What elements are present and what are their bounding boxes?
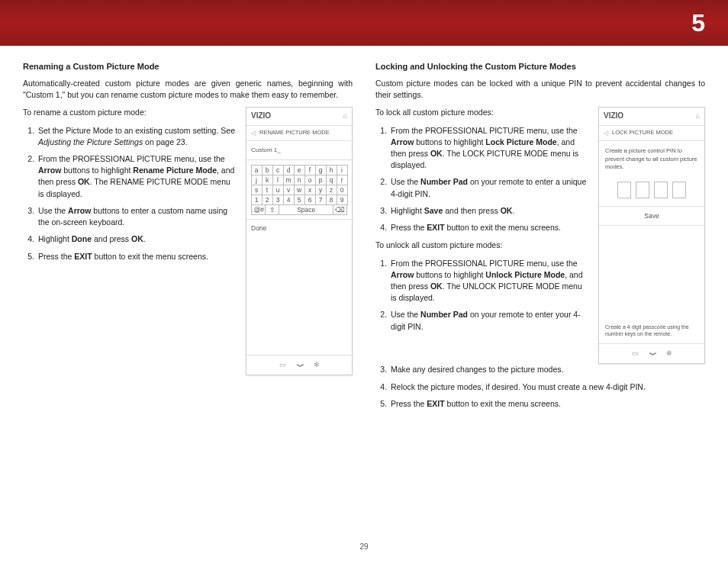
rename-step-2: From the PROFESSIONAL PICTURE menu, use …	[37, 153, 235, 200]
key-shift[interactable]: ⇧	[265, 204, 279, 215]
rename-step-3: Use the Arrow buttons to enter a custom …	[37, 205, 235, 228]
pin-digit-4[interactable]	[672, 182, 686, 198]
panel-subheader: ◁ RENAME PICTURE MODE	[246, 126, 352, 142]
wide-icon[interactable]: ▭	[632, 349, 639, 359]
panel-spacer	[599, 226, 704, 317]
key[interactable]: t	[262, 185, 273, 195]
brand-logo: VIZIO	[251, 111, 271, 122]
unlock-lead: To unlock all custom picture modes:	[375, 240, 588, 251]
key[interactable]: k	[262, 175, 273, 185]
key[interactable]: b	[262, 165, 273, 175]
key[interactable]: a	[251, 165, 263, 175]
key[interactable]: n	[294, 175, 305, 185]
key[interactable]: y	[315, 185, 327, 195]
key[interactable]: 3	[272, 195, 284, 205]
right-intro: Custom picture modes can be locked with …	[375, 78, 705, 101]
key[interactable]: i	[337, 165, 348, 175]
key[interactable]: 0	[337, 185, 348, 195]
rename-step-1: Set the Picture Mode to an existing cust…	[37, 125, 235, 148]
panel-footer: ▭ ❱ ✻	[246, 355, 352, 375]
brand-logo: VIZIO	[604, 111, 623, 122]
right-split: To lock all custom picture modes: From t…	[375, 107, 705, 364]
done-button[interactable]: Done	[246, 219, 352, 236]
header-bar: 5	[0, 0, 728, 46]
unlock-step-2: Use the Number Pad on your remote to ent…	[389, 309, 588, 332]
key[interactable]: o	[304, 175, 316, 185]
back-icon[interactable]: ◁	[604, 129, 608, 138]
save-button[interactable]: Save	[599, 206, 704, 226]
panel-header: VIZIO ⌂	[599, 108, 704, 126]
lock-step-2: Use the Number Pad on your remote to ent…	[389, 176, 588, 199]
pin-digit-1[interactable]	[617, 182, 631, 198]
key[interactable]: 7	[315, 195, 327, 205]
panel-spacer	[246, 236, 352, 355]
key[interactable]: f	[304, 165, 316, 175]
unlock-step-5: Press the EXIT button to exit the menu s…	[389, 398, 705, 410]
pin-digit-2[interactable]	[636, 182, 649, 198]
right-text-part: To lock all custom picture modes: From t…	[375, 107, 588, 339]
lock-description: Create a picture control PIN to prevent …	[599, 141, 704, 178]
key[interactable]: c	[272, 165, 284, 175]
key-backspace[interactable]: ⌫	[333, 204, 347, 215]
lock-panel: VIZIO ⌂ ◁ LOCK PICTURE MODE Create a pic…	[598, 107, 705, 364]
unlock-steps-a: From the PROFESSIONAL PICTURE menu, use …	[389, 258, 588, 333]
key[interactable]: s	[251, 185, 263, 195]
key[interactable]: e	[294, 165, 305, 175]
key[interactable]: 1	[251, 195, 263, 205]
lock-step-3: Highlight Save and then press OK.	[389, 205, 588, 217]
panel-title: RENAME PICTURE MODE	[259, 129, 330, 137]
key[interactable]: x	[304, 185, 316, 195]
key[interactable]: w	[294, 185, 305, 195]
lock-lead: To lock all custom picture modes:	[375, 107, 588, 118]
home-icon[interactable]: ⌂	[343, 111, 347, 121]
key[interactable]: 5	[294, 195, 305, 205]
unlock-step-3: Make any desired changes to the picture …	[389, 364, 705, 375]
key[interactable]: z	[326, 185, 337, 195]
back-icon[interactable]: ◁	[251, 129, 256, 138]
panel-title: LOCK PICTURE MODE	[612, 129, 673, 137]
wide-icon[interactable]: ▭	[279, 360, 286, 370]
gear-icon[interactable]: ✻	[314, 360, 320, 370]
name-field[interactable]: Custom 1_	[246, 141, 352, 160]
page-number: 29	[0, 542, 728, 551]
down-icon[interactable]: ❱	[647, 351, 657, 357]
key-symbols[interactable]: .@#	[251, 204, 266, 215]
gear-icon[interactable]: ✻	[666, 349, 672, 359]
left-column: Renaming a Custom Picture Mode Automatic…	[23, 61, 353, 416]
lock-step-1: From the PROFESSIONAL PICTURE menu, use …	[389, 125, 588, 172]
unlock-steps-b: Make any desired changes to the picture …	[389, 364, 705, 410]
key[interactable]: v	[283, 185, 295, 195]
left-split: To rename a custom picture mode: Set the…	[23, 107, 353, 375]
key[interactable]: j	[251, 175, 263, 185]
key[interactable]: l	[272, 175, 284, 185]
key[interactable]: 4	[283, 195, 295, 205]
pin-input-row	[599, 179, 704, 206]
key[interactable]: d	[283, 165, 295, 175]
unlock-step-4: Relock the picture modes, if desired. Yo…	[389, 381, 705, 393]
rename-step-5: Press the EXIT button to exit the menu s…	[37, 251, 235, 262]
right-heading: Locking and Unlocking the Custom Picture…	[375, 61, 705, 73]
key[interactable]: 9	[337, 195, 348, 205]
key[interactable]: h	[326, 165, 337, 175]
rename-panel: VIZIO ⌂ ◁ RENAME PICTURE MODE Custom 1_ …	[246, 107, 353, 375]
key[interactable]: m	[283, 175, 295, 185]
panel-footer: ▭ ❱ ✻	[599, 343, 704, 363]
key[interactable]: p	[315, 175, 327, 185]
down-icon[interactable]: ❱	[295, 362, 304, 368]
key[interactable]: g	[315, 165, 327, 175]
key-space[interactable]: Space	[279, 204, 333, 215]
pin-digit-3[interactable]	[654, 182, 668, 198]
key[interactable]: 6	[304, 195, 316, 205]
right-column: Locking and Unlocking the Custom Picture…	[375, 61, 705, 416]
content-area: Renaming a Custom Picture Mode Automatic…	[0, 46, 728, 416]
home-icon[interactable]: ⌂	[696, 111, 700, 121]
key[interactable]: q	[326, 175, 337, 185]
key[interactable]: 8	[326, 195, 337, 205]
key[interactable]: r	[337, 175, 348, 185]
section-number: 5	[691, 9, 705, 37]
key[interactable]: u	[272, 185, 284, 195]
left-heading: Renaming a Custom Picture Mode	[23, 61, 353, 73]
rename-step-4: Highlight Done and press OK.	[37, 233, 235, 245]
key[interactable]: 2	[262, 195, 273, 205]
panel-subheader: ◁ LOCK PICTURE MODE	[599, 126, 704, 142]
